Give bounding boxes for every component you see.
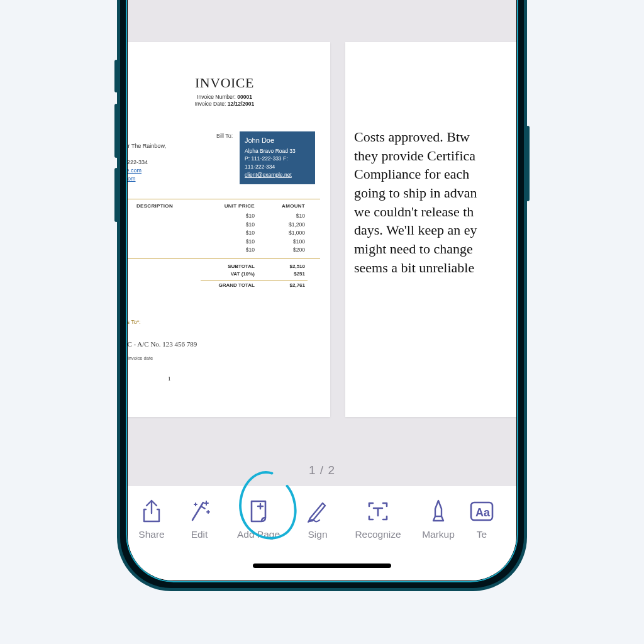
volume-up-button xyxy=(114,104,118,158)
table-row: $10$10 xyxy=(128,212,320,221)
phone-screen: INVOICE Invoice Number: 00001 Invoice Da… xyxy=(128,0,516,580)
text-icon: Aa xyxy=(469,499,494,524)
invoice-title: INVOICE xyxy=(128,75,330,91)
invoice-meta: Invoice Number: 00001 Invoice Date: 12/1… xyxy=(128,94,330,108)
invoice-page-number: 1 xyxy=(168,375,170,382)
table-row: $10$1,000 xyxy=(128,229,320,238)
table-row: $10$200 xyxy=(128,246,320,255)
document-page-1[interactable]: INVOICE Invoice Number: 00001 Invoice Da… xyxy=(128,42,330,417)
text-button[interactable]: Aa Te xyxy=(466,499,497,540)
table-row: $10$100 xyxy=(128,238,320,247)
page-indicator: 1 / 2 xyxy=(128,464,516,477)
markup-icon xyxy=(426,499,451,524)
magic-wand-icon xyxy=(187,499,212,524)
svg-text:Aa: Aa xyxy=(475,506,491,519)
home-indicator[interactable] xyxy=(253,564,391,568)
invoice-from-block: LC over The Rainbow, 11-222-334 oice.com… xyxy=(128,133,166,183)
markup-button[interactable]: Markup xyxy=(411,499,466,540)
document-page-2[interactable]: Costs approved. Btw they provide Certifi… xyxy=(345,42,516,417)
recognize-icon xyxy=(365,499,391,524)
sign-button[interactable]: Sign xyxy=(290,499,345,540)
add-page-icon xyxy=(246,499,271,524)
share-icon xyxy=(139,499,164,524)
power-button xyxy=(526,126,530,201)
bill-to-label: Bill To: xyxy=(216,133,233,139)
note-body: Costs approved. Btw they provide Certifi… xyxy=(345,42,516,277)
volume-switch xyxy=(114,60,118,92)
table-row: $10$1,200 xyxy=(128,221,320,230)
phone-frame: INVOICE Invoice Number: 00001 Invoice Da… xyxy=(117,0,527,591)
invoice-footer: ents To*: LLC - A/C No. 123 456 789 s of… xyxy=(128,319,197,361)
bill-to-box: John Doe Alpha Bravo Road 33 P: 111-222-… xyxy=(240,131,315,184)
add-page-button[interactable]: Add Page xyxy=(227,499,290,540)
share-button[interactable]: Share xyxy=(128,499,172,540)
sign-icon xyxy=(305,499,330,524)
recognize-button[interactable]: Recognize xyxy=(345,499,411,540)
edit-button[interactable]: Edit xyxy=(172,499,227,540)
invoice-table: DESCRIPTION UNIT PRICE AMOUNT $10$10 $10… xyxy=(128,199,320,289)
volume-down-button xyxy=(114,168,118,222)
